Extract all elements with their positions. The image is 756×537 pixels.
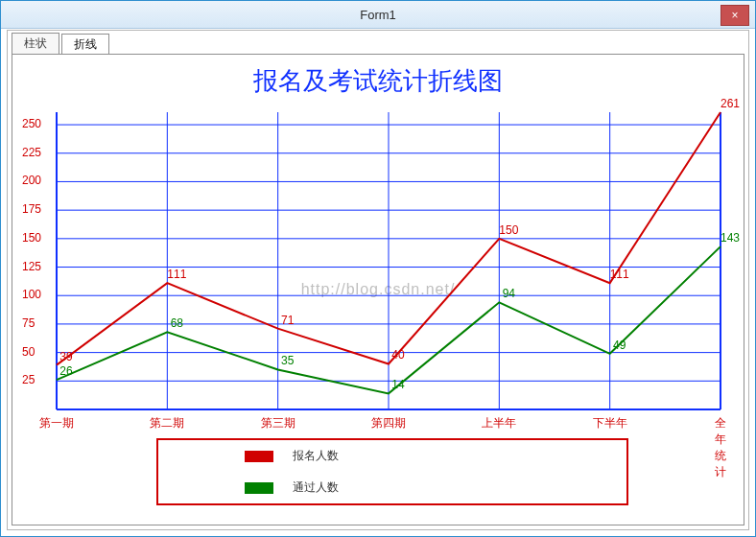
- plot-area: 255075100125150175200225250第一期第二期第三期第四期上…: [57, 112, 721, 409]
- tab-strip: 柱状 折线: [8, 31, 748, 54]
- data-point-label: 40: [391, 348, 404, 362]
- x-category-label: 上半年: [482, 415, 516, 432]
- app-window: Form1 × 柱状 折线 报名及考试统计折线图 http://blog.csd…: [0, 0, 756, 537]
- legend-row-0: 报名人数: [158, 440, 626, 472]
- x-category-label: 第三期: [261, 415, 295, 432]
- data-point-label: 150: [499, 223, 518, 237]
- y-tick-label: 100: [22, 288, 51, 301]
- legend-swatch-1: [245, 482, 273, 494]
- data-point-label: 26: [59, 364, 72, 378]
- legend-box: 报名人数 通过人数: [156, 438, 628, 505]
- chart-panel: 报名及考试统计折线图 http://blog.csdn.net/ 2550751…: [12, 54, 744, 525]
- data-point-label: 14: [391, 378, 404, 391]
- y-tick-label: 25: [22, 373, 51, 386]
- tab-bar-chart[interactable]: 柱状: [12, 33, 59, 54]
- x-category-label: 第一期: [39, 415, 74, 432]
- client-area: 柱状 折线 报名及考试统计折线图 http://blog.csdn.net/ 2…: [7, 30, 749, 530]
- data-point-label: 261: [721, 97, 740, 110]
- data-point-label: 143: [721, 231, 740, 245]
- y-tick-label: 50: [22, 345, 51, 359]
- legend-label-0: 报名人数: [293, 448, 339, 464]
- close-button[interactable]: ×: [721, 5, 749, 26]
- data-point-label: 111: [610, 268, 629, 281]
- chart-title: 报名及考试统计折线图: [12, 64, 744, 98]
- legend-label-1: 通过人数: [293, 479, 339, 496]
- data-point-label: 111: [167, 268, 186, 281]
- y-tick-label: 200: [22, 174, 51, 187]
- x-category-label: 第二期: [150, 415, 184, 432]
- y-tick-label: 75: [22, 316, 51, 330]
- x-category-label: 下半年: [593, 415, 627, 432]
- data-point-label: 68: [171, 316, 183, 330]
- data-point-label: 71: [281, 314, 294, 327]
- y-tick-label: 175: [22, 202, 51, 216]
- data-point-label: 35: [281, 354, 294, 367]
- data-point-label: 39: [59, 350, 72, 363]
- data-point-label: 94: [503, 287, 515, 300]
- chart-svg: [57, 112, 721, 409]
- window-title: Form1: [360, 8, 396, 22]
- y-tick-label: 125: [22, 260, 51, 273]
- y-tick-label: 250: [22, 117, 51, 130]
- tab-line-chart[interactable]: 折线: [61, 34, 109, 55]
- x-category-label: 第四期: [371, 415, 406, 432]
- y-tick-label: 150: [22, 231, 51, 245]
- legend-row-1: 通过人数: [158, 472, 626, 503]
- legend-swatch-0: [245, 451, 273, 462]
- titlebar: Form1 ×: [1, 1, 755, 29]
- x-category-label: 全年统计: [715, 415, 726, 480]
- y-tick-label: 225: [22, 146, 51, 159]
- data-point-label: 49: [613, 339, 626, 352]
